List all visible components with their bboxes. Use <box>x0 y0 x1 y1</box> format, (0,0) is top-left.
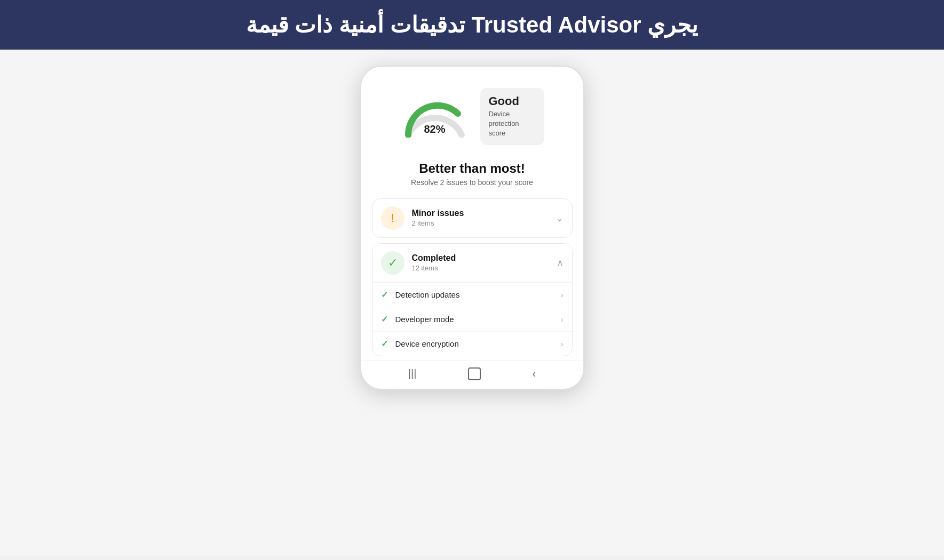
phone-container: 82% Good Device protection score Better … <box>360 66 584 390</box>
completed-chevron: ∧ <box>557 257 564 269</box>
score-section: 82% Good Device protection score <box>372 83 573 156</box>
minor-issues-chevron: ⌄ <box>556 212 564 224</box>
main-headline: Better than most! <box>372 161 573 176</box>
completed-title: Completed <box>412 253 549 263</box>
main-content: 82% Good Device protection score Better … <box>0 50 944 556</box>
completed-subtitle: 12 items <box>412 264 549 272</box>
completed-header[interactable]: ✓ Completed 12 items ∧ <box>372 244 572 282</box>
cards-section: ! Minor issues 2 items ⌄ ✓ <box>372 198 573 356</box>
minor-issues-icon: ! <box>381 206 404 230</box>
check-icon: ✓ <box>381 314 388 324</box>
detection-updates-label: Detection updates <box>395 290 553 299</box>
gauge-percent: 82% <box>424 123 445 135</box>
home-nav-button[interactable] <box>468 367 481 380</box>
device-encryption-label: Device encryption <box>395 339 553 348</box>
sub-items-list: ✓ Detection updates › ✓ Developer mode ›… <box>372 282 572 356</box>
list-item[interactable]: ✓ Developer mode › <box>372 307 572 332</box>
list-item[interactable]: ✓ Device encryption › <box>372 332 572 356</box>
header-title: يجري Trusted Advisor تدقيقات أمنية ذات ق… <box>21 12 923 38</box>
minor-issues-subtitle: 2 items <box>412 219 548 227</box>
check-icon: ✓ <box>381 339 388 349</box>
back-nav-button[interactable]: ‹ <box>533 367 536 380</box>
arrow-icon: › <box>561 290 564 299</box>
phone-screen: 82% Good Device protection score Better … <box>361 67 583 356</box>
list-item[interactable]: ✓ Detection updates › <box>372 283 572 307</box>
score-description: Device protection score <box>489 109 536 139</box>
menu-nav-button[interactable]: ||| <box>408 367 417 380</box>
check-icon: ✓ <box>381 290 388 300</box>
completed-info: Completed 12 items <box>412 253 549 272</box>
minor-issues-info: Minor issues 2 items <box>412 209 548 227</box>
phone-bottom-nav: ||| ‹ <box>361 361 583 389</box>
completed-card: ✓ Completed 12 items ∧ ✓ Detection updat… <box>372 243 573 356</box>
minor-issues-card[interactable]: ! Minor issues 2 items ⌄ <box>372 198 573 238</box>
check-circle-icon: ✓ <box>388 256 398 270</box>
minor-issues-title: Minor issues <box>412 209 548 218</box>
title-section: Better than most! Resolve 2 issues to bo… <box>372 156 573 190</box>
completed-icon: ✓ <box>381 251 404 275</box>
warning-icon: ! <box>391 211 394 225</box>
header-banner: يجري Trusted Advisor تدقيقات أمنية ذات ق… <box>0 0 944 50</box>
arrow-icon: › <box>561 315 564 324</box>
arrow-icon: › <box>561 339 564 348</box>
gauge-chart: 82% <box>400 95 470 138</box>
developer-mode-label: Developer mode <box>395 315 553 324</box>
score-label-box: Good Device protection score <box>480 88 544 145</box>
score-good-label: Good <box>489 94 536 108</box>
main-subtitle: Resolve 2 issues to boost your score <box>372 178 573 187</box>
